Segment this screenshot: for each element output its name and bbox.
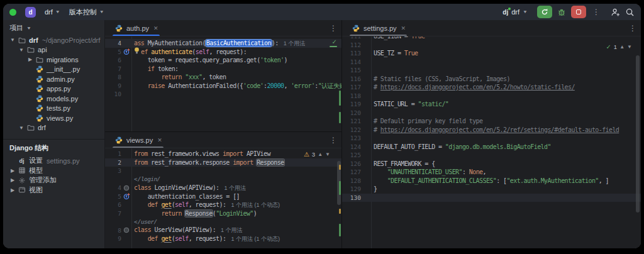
code-line[interactable]: 116# Static files (CSS, JavaScript, Imag… <box>342 75 641 84</box>
django-item-模型[interactable]: ▶模型 <box>3 166 104 176</box>
tree-item-drf[interactable]: ▼drf <box>3 123 104 133</box>
override-gutter-icon[interactable] <box>121 48 131 55</box>
settings-code-area[interactable]: ✓ 1 ▲ ▼ 111USE_I18N = True112113USE_TZ =… <box>342 36 641 248</box>
code-line[interactable]: 129} <box>342 185 641 194</box>
tree-item-drf[interactable]: ▼drf~/djangoProject/drf <box>3 35 104 45</box>
tab-options-button[interactable]: ⋮ <box>330 24 338 33</box>
code-line[interactable]: 9 def get(self, request):1 个用法 (1 个动态) <box>105 235 341 243</box>
code-line[interactable]: 4ass MyAuthentication(BasicAuthenticatio… <box>105 39 341 48</box>
views-code-area[interactable]: ⚠ 3 ▲ ▼ 1from rest_framework.views impor… <box>105 148 341 248</box>
code-line[interactable]: 119STATIC_URL = "static/" <box>342 100 641 109</box>
close-icon[interactable]: ✕ <box>153 25 158 31</box>
code-line[interactable]: 7 return Response("LoginView") <box>105 209 341 218</box>
code-line[interactable]: 124DEFAULT_AUTO_FIELD = "django.db.model… <box>342 143 641 152</box>
tree-item---init---py[interactable]: __init__.py <box>3 65 104 75</box>
scrollbar-thumb[interactable] <box>636 55 640 213</box>
code-line[interactable]: 122# https://docs.djangoproject.com/en/5… <box>342 126 641 135</box>
tree-item-models-py[interactable]: models.py <box>3 94 104 104</box>
code-line[interactable]: 2from rest_framework.response import Res… <box>105 158 341 167</box>
tree-item-tests-py[interactable]: tests.py <box>3 104 104 114</box>
tab-options-button[interactable]: ⋮ <box>629 24 637 33</box>
chevron-down-icon[interactable]: ▼ <box>17 47 26 53</box>
project-avatar-icon[interactable]: d <box>25 7 36 18</box>
code-line[interactable]: 6 def get(self, request):1 个用法 (1 个动态) <box>105 201 341 209</box>
tree-item-apps-py[interactable]: apps.py <box>3 84 104 94</box>
inspections-widget[interactable]: ✓ <box>332 38 337 47</box>
code-line[interactable]: </login/ <box>105 175 341 184</box>
code-line[interactable]: 4class LoginView(APIView):1 个用法 <box>105 184 341 192</box>
tree-item-views-py[interactable]: views.py <box>3 113 104 123</box>
urlmark-gutter-icon[interactable] <box>121 227 131 233</box>
next-problem-button[interactable]: ▼ <box>325 150 330 159</box>
code-line[interactable]: 121# Default primary key field type <box>342 117 641 126</box>
django-item-设置[interactable]: dj设置settings.py <box>3 156 104 166</box>
code-line[interactable]: 127 "UNAUTHENTICATED_USER": None, <box>342 168 641 177</box>
stop-button[interactable] <box>571 6 586 18</box>
code-text: def get(self, request):1 个用法 (1 个动态) <box>131 235 280 244</box>
chevron-down-icon[interactable]: ▼ <box>17 125 26 131</box>
tab-views-py[interactable]: views.py ✕ <box>109 132 167 148</box>
restart-icon <box>541 8 548 16</box>
close-icon[interactable]: ✕ <box>401 25 406 31</box>
tab-auth-py[interactable]: auth.py ✕ <box>109 20 164 36</box>
tree-item-label: views.py <box>47 114 73 122</box>
tree-item-admin-py[interactable]: admin.py <box>3 74 104 84</box>
code-line[interactable]: 5 authentication_classes = [] <box>105 192 341 201</box>
project-panel-header[interactable]: 项目 ▼ <box>3 20 104 35</box>
code-line[interactable]: 120 <box>342 109 641 118</box>
chevron-right-icon[interactable]: ▶ <box>8 177 17 183</box>
marker-stripe <box>339 181 341 195</box>
django-item-视图[interactable]: ▶视图 <box>3 185 104 196</box>
previous-problem-button[interactable]: ▲ <box>318 150 323 159</box>
rerun-button[interactable] <box>537 6 552 18</box>
code-line[interactable]: 8class UserView(APIView):1 个用法 <box>105 226 341 235</box>
bulb-icon[interactable] <box>134 48 141 55</box>
more-actions-button[interactable]: ⋮ <box>591 8 602 16</box>
django-structure-header[interactable]: Django 结构 <box>3 140 104 156</box>
code-line[interactable]: 10 <box>105 90 341 99</box>
run-configuration-selector[interactable]: dj drf ▼ <box>498 6 532 18</box>
code-line[interactable]: 114 <box>342 58 641 67</box>
code-with-me-button[interactable] <box>611 8 620 17</box>
next-problem-button[interactable]: ▼ <box>627 43 632 52</box>
code-line[interactable]: 126REST_FRAMEWORK = { <box>342 160 641 168</box>
code-line[interactable]: </user/ <box>105 218 341 226</box>
code-line[interactable]: 115 <box>342 66 641 75</box>
close-icon[interactable]: ✕ <box>157 137 162 143</box>
code-line[interactable]: 125 <box>342 151 641 160</box>
tab-options-button[interactable]: ⋮ <box>330 136 338 145</box>
macos-green-traffic-light[interactable] <box>9 9 16 16</box>
previous-problem-button[interactable]: ▲ <box>619 43 625 52</box>
code-line[interactable]: 8 return "xxx", token <box>105 73 341 82</box>
urlmark-gutter-icon[interactable] <box>121 185 131 191</box>
code-line[interactable]: 117# https://docs.djangoproject.com/en/5… <box>342 83 641 92</box>
code-text: from rest_framework.response import Resp… <box>131 158 284 167</box>
project-menu-button[interactable]: drf ▼ <box>40 6 65 18</box>
debug-button[interactable] <box>557 8 566 16</box>
vcs-menu-button[interactable]: 版本控制 ▼ <box>65 6 109 19</box>
code-line[interactable]: 5ef authenticate(self, request): <box>105 48 341 57</box>
inspections-widget[interactable]: ✓ 1 ▲ ▼ <box>606 43 632 52</box>
override-gutter-icon[interactable] <box>121 193 131 200</box>
tab-settings-py[interactable]: settings.py ✕ <box>346 20 411 36</box>
code-line[interactable]: 9 raise AuthenticationFailed({'code':200… <box>105 82 341 91</box>
code-line[interactable]: 6 token = request.query_params.get('toke… <box>105 56 341 65</box>
search-everywhere-button[interactable] <box>625 8 635 17</box>
code-line[interactable]: 112 <box>342 41 641 50</box>
chevron-right-icon[interactable]: ▶ <box>8 168 17 174</box>
auth-code-area[interactable]: ✓ 4ass MyAuthentication(BasicAuthenticat… <box>105 36 341 131</box>
tree-item-api[interactable]: ▼api <box>3 45 104 55</box>
chevron-right-icon[interactable]: ▶ <box>8 187 17 193</box>
code-line[interactable]: 123 <box>342 134 641 143</box>
code-line[interactable]: 3 <box>105 167 341 175</box>
chevron-down-icon[interactable]: ▼ <box>8 37 17 43</box>
code-line[interactable]: 113USE_TZ = True <box>342 49 641 58</box>
code-line[interactable]: 7 if token: <box>105 65 341 74</box>
code-line[interactable]: 118 <box>342 92 641 101</box>
chevron-right-icon[interactable]: ▶ <box>26 57 35 62</box>
inspections-widget[interactable]: ⚠ 3 ▲ ▼ <box>304 150 330 159</box>
code-line[interactable]: 130 <box>342 194 641 202</box>
code-line[interactable]: 128 "DEFAULT_AUTHENTICATION_CLASSES": ["… <box>342 177 641 185</box>
django-item-管理添加[interactable]: ▶管理添加 <box>3 175 104 185</box>
tree-item-migrations[interactable]: ▶migrations <box>3 55 104 65</box>
